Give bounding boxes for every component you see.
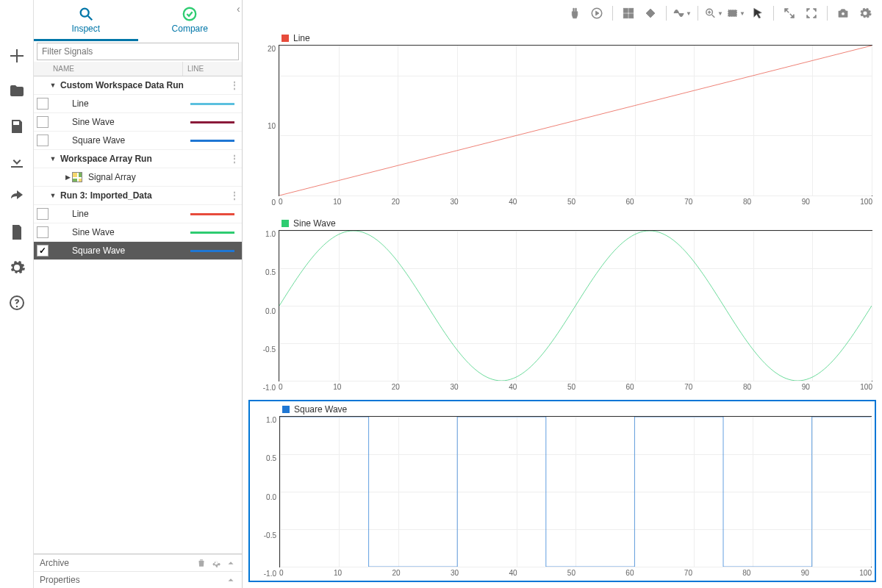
svg-line-9	[712, 15, 715, 18]
signal-row[interactable]: Square Wave	[34, 242, 242, 260]
clear-icon[interactable]	[641, 4, 660, 23]
signal-row[interactable]: Line	[34, 205, 242, 223]
group-row[interactable]: ▼ Workspace Array Run ⋮	[34, 150, 242, 168]
chevron-down-icon[interactable]: ▼	[49, 192, 57, 199]
signal-label: Line	[69, 209, 190, 219]
y-axis: 1.00.50.0-0.5-1.0	[252, 230, 279, 392]
gear-icon[interactable]	[211, 558, 221, 568]
group-row[interactable]: ▼ Run 3: Imported_Data ⋮	[34, 187, 242, 205]
array-icon	[72, 172, 82, 182]
save-icon[interactable]	[5, 115, 29, 138]
legend-swatch	[282, 406, 290, 413]
signal-label: Line	[69, 98, 190, 109]
y-axis: 1.00.50.0-0.5-1.0	[253, 416, 279, 578]
zoom-in-icon[interactable]: ▼	[704, 4, 723, 23]
svg-rect-7	[629, 14, 634, 18]
snapshot-icon[interactable]	[833, 4, 853, 23]
tab-compare-label: Compare	[172, 24, 208, 34]
plot-title: Sine Wave	[293, 218, 336, 229]
plot-title: Square Wave	[294, 404, 347, 415]
export-icon[interactable]	[5, 185, 29, 209]
plot-area: ‹ ▼ ▼ ▼ Line 20100	[243, 0, 882, 588]
column-headers: NAME LINE	[34, 62, 242, 76]
fit-icon[interactable]: ▼	[726, 4, 745, 23]
more-icon[interactable]: ⋮	[229, 79, 239, 91]
signal-row[interactable]: Sine Wave	[34, 113, 242, 132]
panel-footer: Archive Properties	[34, 553, 242, 588]
column-name: NAME	[49, 62, 183, 76]
signal-icon[interactable]: ▼	[673, 4, 692, 23]
signal-tree: ▼ Custom Workspace Data Run ⋮ Line Sine …	[34, 76, 242, 553]
group-label: Workspace Array Run	[57, 154, 242, 164]
chevron-up-icon[interactable]	[226, 575, 236, 585]
line-sample	[190, 121, 234, 123]
filter-input[interactable]	[37, 43, 238, 60]
line-sample	[190, 232, 234, 234]
folder-icon[interactable]	[5, 79, 29, 103]
more-icon[interactable]: ⋮	[229, 153, 239, 165]
checkbox[interactable]	[37, 98, 49, 110]
chevron-up-icon[interactable]	[226, 558, 236, 568]
svg-point-13	[842, 12, 845, 16]
chevron-right-icon[interactable]: ▶	[63, 173, 72, 181]
help-icon[interactable]	[5, 291, 29, 315]
checkbox[interactable]	[37, 245, 49, 257]
trash-icon[interactable]	[196, 558, 207, 568]
line-sample	[190, 213, 234, 215]
properties-row[interactable]: Properties	[34, 571, 242, 588]
chevron-down-icon[interactable]: ▼	[49, 82, 57, 89]
collapse-icon[interactable]: ‹	[237, 3, 240, 15]
plot-canvas[interactable]	[279, 45, 872, 196]
x-axis: 0102030405060708090100	[279, 567, 872, 578]
tab-compare[interactable]: Compare	[138, 0, 243, 41]
signal-label: Square Wave	[69, 245, 190, 256]
magnifier-icon	[78, 6, 94, 22]
checkbox[interactable]	[37, 208, 49, 220]
checkbox[interactable]	[37, 226, 49, 238]
signal-row[interactable]: Sine Wave	[34, 223, 242, 242]
signal-label: Sine Wave	[69, 117, 190, 127]
plot-canvas[interactable]	[279, 416, 872, 567]
plot-square[interactable]: Square Wave 1.00.50.0-0.5-1.0 0102030405…	[248, 400, 876, 582]
layout-grid-icon[interactable]	[619, 4, 638, 23]
add-icon[interactable]	[5, 44, 29, 68]
svg-point-0	[80, 8, 88, 16]
svg-rect-12	[728, 10, 736, 17]
group-label: Custom Workspace Data Run	[57, 80, 242, 90]
more-icon[interactable]: ⋮	[229, 190, 239, 201]
left-toolbar	[0, 0, 34, 588]
report-icon[interactable]	[5, 220, 29, 244]
plot-sine[interactable]: Sine Wave 1.00.50.0-0.5-1.0 010203040506…	[248, 215, 876, 395]
settings-icon[interactable]	[5, 256, 29, 279]
checkbox[interactable]	[37, 116, 49, 128]
svg-line-1	[88, 15, 93, 20]
pointer-icon[interactable]	[748, 4, 767, 23]
fullscreen-icon[interactable]	[802, 4, 821, 23]
signal-label: Signal Array	[85, 172, 242, 182]
plot-canvas[interactable]	[279, 230, 872, 381]
properties-label: Properties	[40, 575, 221, 585]
maximize-icon[interactable]	[780, 4, 799, 23]
signal-label: Square Wave	[69, 135, 190, 146]
svg-rect-6	[623, 14, 628, 18]
signal-row[interactable]: ▶ Signal Array	[34, 168, 242, 187]
archive-row[interactable]: Archive	[34, 554, 242, 571]
legend-swatch	[282, 220, 289, 227]
tab-inspect[interactable]: Inspect	[34, 0, 138, 41]
tabs: Inspect Compare	[34, 0, 242, 41]
signal-row[interactable]: Square Wave	[34, 132, 242, 150]
chevron-down-icon[interactable]: ▼	[49, 155, 57, 162]
pan-icon[interactable]	[565, 4, 584, 23]
line-sample	[190, 250, 234, 252]
plot-title: Line	[293, 33, 310, 43]
group-row[interactable]: ▼ Custom Workspace Data Run ⋮	[34, 76, 242, 95]
checkbox[interactable]	[37, 135, 49, 146]
import-icon[interactable]	[5, 150, 29, 173]
play-cursor-icon[interactable]	[587, 4, 606, 23]
signal-row[interactable]: Line	[34, 95, 242, 113]
group-label: Run 3: Imported_Data	[57, 190, 242, 201]
line-sample	[190, 140, 234, 142]
plot-line[interactable]: Line 20100 0102030405060708090100	[248, 29, 876, 210]
svg-rect-4	[623, 8, 628, 12]
preferences-icon[interactable]	[856, 4, 875, 23]
